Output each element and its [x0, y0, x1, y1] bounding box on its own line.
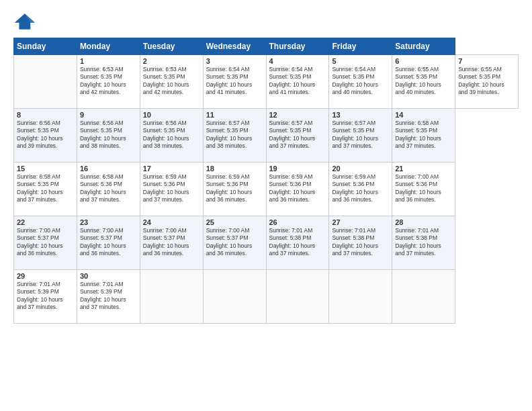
day-number: 8 [17, 111, 74, 119]
calendar-cell: 15Sunrise: 6:58 AM Sunset: 5:35 PM Dayli… [14, 163, 77, 216]
col-header-friday: Friday [329, 38, 392, 55]
cell-content: Sunrise: 6:56 AM Sunset: 5:35 PM Dayligh… [143, 120, 200, 150]
cell-content: Sunrise: 6:53 AM Sunset: 5:35 PM Dayligh… [143, 66, 200, 97]
week-row: 29Sunrise: 7:01 AM Sunset: 5:39 PM Dayli… [14, 270, 519, 324]
calendar-cell [266, 270, 329, 324]
calendar-cell: 4Sunrise: 6:54 AM Sunset: 5:35 PM Daylig… [266, 55, 329, 109]
calendar-cell: 8Sunrise: 6:56 AM Sunset: 5:35 PM Daylig… [14, 109, 77, 163]
calendar-cell: 25Sunrise: 7:00 AM Sunset: 5:37 PM Dayli… [203, 216, 266, 270]
calendar-cell: 1Sunrise: 6:53 AM Sunset: 5:35 PM Daylig… [77, 55, 140, 109]
calendar-cell: 13Sunrise: 6:57 AM Sunset: 5:35 PM Dayli… [329, 109, 392, 163]
cell-content: Sunrise: 6:59 AM Sunset: 5:36 PM Dayligh… [206, 173, 263, 204]
cell-content: Sunrise: 7:00 AM Sunset: 5:37 PM Dayligh… [206, 227, 263, 258]
calendar-cell: 5Sunrise: 6:54 AM Sunset: 5:35 PM Daylig… [329, 55, 392, 109]
calendar-cell: 20Sunrise: 6:59 AM Sunset: 5:36 PM Dayli… [329, 163, 392, 216]
calendar-page: SundayMondayTuesdayWednesdayThursdayFrid… [0, 0, 532, 411]
col-header-monday: Monday [77, 38, 140, 55]
cell-content: Sunrise: 7:00 AM Sunset: 5:36 PM Dayligh… [395, 173, 452, 204]
cell-content: Sunrise: 6:57 AM Sunset: 5:35 PM Dayligh… [269, 120, 326, 150]
cell-content: Sunrise: 6:59 AM Sunset: 5:36 PM Dayligh… [332, 173, 389, 204]
day-number: 24 [143, 218, 200, 226]
logo-icon [13, 12, 35, 31]
cell-content: Sunrise: 6:53 AM Sunset: 5:35 PM Dayligh… [80, 66, 137, 97]
day-number: 21 [395, 165, 452, 173]
day-number: 11 [206, 111, 263, 119]
calendar-cell: 22Sunrise: 7:00 AM Sunset: 5:37 PM Dayli… [14, 216, 77, 270]
cell-content: Sunrise: 6:54 AM Sunset: 5:35 PM Dayligh… [269, 66, 326, 97]
cell-content: Sunrise: 6:56 AM Sunset: 5:35 PM Dayligh… [17, 120, 74, 150]
calendar-cell: 17Sunrise: 6:59 AM Sunset: 5:36 PM Dayli… [140, 163, 203, 216]
day-number: 22 [17, 218, 74, 226]
calendar-cell: 11Sunrise: 6:57 AM Sunset: 5:35 PM Dayli… [203, 109, 266, 163]
week-row: 8Sunrise: 6:56 AM Sunset: 5:35 PM Daylig… [14, 109, 519, 163]
calendar-cell: 23Sunrise: 7:00 AM Sunset: 5:37 PM Dayli… [77, 216, 140, 270]
calendar-cell: 2Sunrise: 6:53 AM Sunset: 5:35 PM Daylig… [140, 55, 203, 109]
cell-content: Sunrise: 6:57 AM Sunset: 5:35 PM Dayligh… [206, 120, 263, 150]
day-number: 12 [269, 111, 326, 119]
day-number: 3 [206, 57, 263, 65]
cell-content: Sunrise: 6:59 AM Sunset: 5:36 PM Dayligh… [269, 173, 326, 204]
day-number: 27 [332, 218, 389, 226]
day-number: 16 [80, 165, 137, 173]
cell-content: Sunrise: 6:57 AM Sunset: 5:35 PM Dayligh… [332, 120, 389, 150]
week-row: 15Sunrise: 6:58 AM Sunset: 5:35 PM Dayli… [14, 163, 519, 216]
col-header-sunday: Sunday [14, 38, 77, 55]
day-number: 6 [395, 57, 452, 65]
week-row: 22Sunrise: 7:00 AM Sunset: 5:37 PM Dayli… [14, 216, 519, 270]
calendar-cell: 30Sunrise: 7:01 AM Sunset: 5:39 PM Dayli… [77, 270, 140, 324]
day-number: 14 [395, 111, 452, 119]
cell-content: Sunrise: 7:00 AM Sunset: 5:37 PM Dayligh… [17, 227, 74, 258]
cell-content: Sunrise: 6:59 AM Sunset: 5:36 PM Dayligh… [143, 173, 200, 204]
calendar-cell: 26Sunrise: 7:01 AM Sunset: 5:38 PM Dayli… [266, 216, 329, 270]
page-header [13, 12, 519, 31]
day-number: 9 [80, 111, 137, 119]
day-number: 17 [143, 165, 200, 173]
cell-content: Sunrise: 7:01 AM Sunset: 5:39 PM Dayligh… [17, 281, 74, 312]
calendar-cell: 21Sunrise: 7:00 AM Sunset: 5:36 PM Dayli… [392, 163, 455, 216]
calendar-cell: 7Sunrise: 6:55 AM Sunset: 5:35 PM Daylig… [455, 55, 519, 109]
calendar-cell [329, 270, 392, 324]
col-header-tuesday: Tuesday [140, 38, 203, 55]
day-number: 2 [143, 57, 200, 65]
calendar-cell [140, 270, 203, 324]
calendar-cell: 10Sunrise: 6:56 AM Sunset: 5:35 PM Dayli… [140, 109, 203, 163]
calendar-cell [14, 55, 77, 109]
calendar-cell: 19Sunrise: 6:59 AM Sunset: 5:36 PM Dayli… [266, 163, 329, 216]
cell-content: Sunrise: 7:01 AM Sunset: 5:38 PM Dayligh… [269, 227, 326, 258]
calendar-cell [203, 270, 266, 324]
day-number: 25 [206, 218, 263, 226]
cell-content: Sunrise: 6:54 AM Sunset: 5:35 PM Dayligh… [332, 66, 389, 97]
calendar-cell: 24Sunrise: 7:00 AM Sunset: 5:37 PM Dayli… [140, 216, 203, 270]
day-number: 23 [80, 218, 137, 226]
day-number: 26 [269, 218, 326, 226]
day-number: 19 [269, 165, 326, 173]
cell-content: Sunrise: 7:00 AM Sunset: 5:37 PM Dayligh… [143, 227, 200, 258]
day-number: 4 [269, 57, 326, 65]
day-number: 5 [332, 57, 389, 65]
col-header-saturday: Saturday [392, 38, 455, 55]
day-number: 15 [17, 165, 74, 173]
col-header-thursday: Thursday [266, 38, 329, 55]
cell-content: Sunrise: 7:01 AM Sunset: 5:39 PM Dayligh… [80, 281, 137, 312]
day-number: 10 [143, 111, 200, 119]
calendar-cell: 12Sunrise: 6:57 AM Sunset: 5:35 PM Dayli… [266, 109, 329, 163]
day-number: 28 [395, 218, 452, 226]
day-number: 20 [332, 165, 389, 173]
calendar-cell: 6Sunrise: 6:55 AM Sunset: 5:35 PM Daylig… [392, 55, 455, 109]
calendar-table: SundayMondayTuesdayWednesdayThursdayFrid… [13, 38, 519, 324]
cell-content: Sunrise: 6:56 AM Sunset: 5:35 PM Dayligh… [80, 120, 137, 150]
week-row: 1Sunrise: 6:53 AM Sunset: 5:35 PM Daylig… [14, 55, 519, 109]
day-number: 29 [17, 272, 74, 280]
calendar-cell: 16Sunrise: 6:58 AM Sunset: 5:36 PM Dayli… [77, 163, 140, 216]
calendar-cell: 3Sunrise: 6:54 AM Sunset: 5:35 PM Daylig… [203, 55, 266, 109]
cell-content: Sunrise: 6:58 AM Sunset: 5:36 PM Dayligh… [80, 173, 137, 204]
logo [13, 12, 38, 31]
day-number: 30 [80, 272, 137, 280]
calendar-cell: 9Sunrise: 6:56 AM Sunset: 5:35 PM Daylig… [77, 109, 140, 163]
cell-content: Sunrise: 7:00 AM Sunset: 5:37 PM Dayligh… [80, 227, 137, 258]
cell-content: Sunrise: 7:01 AM Sunset: 5:38 PM Dayligh… [395, 227, 452, 258]
day-number: 18 [206, 165, 263, 173]
calendar-cell [392, 270, 455, 324]
cell-content: Sunrise: 6:58 AM Sunset: 5:35 PM Dayligh… [395, 120, 452, 150]
calendar-cell: 29Sunrise: 7:01 AM Sunset: 5:39 PM Dayli… [14, 270, 77, 324]
